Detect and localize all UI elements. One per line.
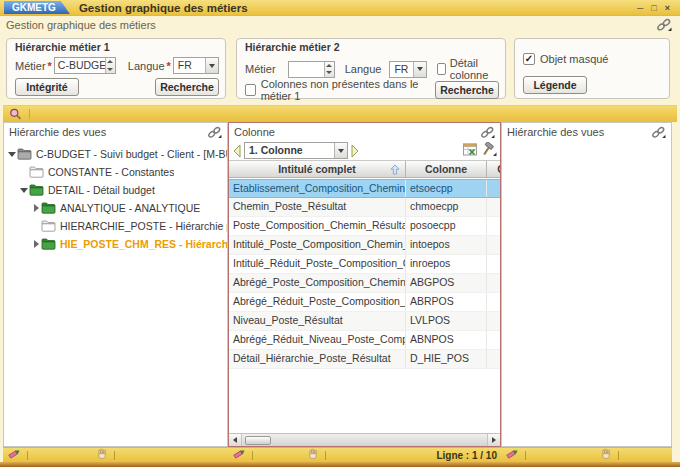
- metier2-input[interactable]: [288, 61, 335, 78]
- table-row[interactable]: Intitulé_Poste_Composition_Chemin_Résult…: [229, 236, 500, 255]
- cell-ordre: [487, 350, 500, 368]
- close-icon[interactable]: ×: [665, 1, 670, 15]
- folder-icon: [41, 238, 57, 250]
- tools-hammer-icon[interactable]: [481, 142, 497, 159]
- link-icon[interactable]: [207, 126, 222, 139]
- panel-colonne: Colonne 1. Colonne: [228, 122, 501, 447]
- groupbox-metier-2: Hiérarchie métier 2 Métier Langue FR Dét…: [236, 38, 506, 99]
- table-row[interactable]: Poste_Composition_Chemin_Résultatposoecp…: [229, 217, 500, 236]
- chevron-down-icon[interactable]: [334, 143, 347, 158]
- panel-title: Colonne: [234, 126, 275, 138]
- window-bottom-edge: [0, 462, 680, 467]
- chevron-down-icon[interactable]: [413, 62, 426, 77]
- table-header-row: Intitulé completColonneOrd: [229, 160, 500, 178]
- table-row[interactable]: Niveau_Poste_RésultatLVLPOS: [229, 312, 500, 331]
- column-header[interactable]: Colonne: [406, 161, 487, 177]
- tree-item[interactable]: C-BUDGET - Suivi budget - Client - [M-BU…: [4, 145, 227, 163]
- recherche1-button[interactable]: Recherche: [155, 78, 219, 96]
- status-section-left: [3, 448, 228, 462]
- table-row[interactable]: Chemin_Poste_Résultatchmoecpp: [229, 198, 500, 217]
- previous-arrow-icon[interactable]: [232, 144, 241, 158]
- window-code-badge: GKMETG: [4, 1, 70, 14]
- excel-export-icon[interactable]: [463, 143, 477, 158]
- cell-ordre: [487, 255, 500, 273]
- panel-hierarchie-vues-right: Hiérarchie des vues: [501, 122, 672, 447]
- scroll-right-icon[interactable]: [487, 434, 500, 446]
- spinner-icon[interactable]: [324, 62, 334, 77]
- expand-arrow-icon[interactable]: [19, 188, 29, 193]
- table-row[interactable]: Intitulé_Réduit_Poste_Composition_Chemin…: [229, 255, 500, 274]
- next-arrow-icon[interactable]: [351, 144, 360, 158]
- table-row[interactable]: Détail_Hiérarchie_Poste_RésultatD_HIE_PO…: [229, 350, 500, 369]
- langue1-select[interactable]: FR: [173, 57, 219, 74]
- cell-colonne: ABNPOS: [406, 331, 487, 349]
- cell-intitule: Détail_Hiérarchie_Poste_Résultat: [229, 350, 406, 368]
- legende-button[interactable]: Légende: [523, 76, 587, 94]
- folder-icon: [29, 184, 45, 196]
- panel-title: Hiérarchie des vues: [507, 126, 604, 138]
- cell-intitule: Niveau_Poste_Résultat: [229, 312, 406, 330]
- cell-colonne: etsoecpp: [406, 180, 487, 197]
- status-section-middle: Ligne : 1 / 10: [228, 448, 501, 462]
- cell-ordre: [487, 236, 500, 254]
- window-controls: ─ □ ×: [637, 1, 670, 15]
- status-bar: Ligne : 1 / 10: [3, 447, 672, 462]
- cell-colonne: D_HIE_POS: [406, 350, 487, 368]
- link-icon[interactable]: [480, 126, 495, 139]
- table-row[interactable]: Abrégé_Poste_Composition_Chemin_Résultat…: [229, 274, 500, 293]
- sort-ascending-icon[interactable]: [390, 164, 400, 177]
- langue2-select[interactable]: FR: [389, 61, 426, 78]
- groupbox-title: Hiérarchie métier 2: [245, 41, 340, 53]
- cell-intitule: Etablissement_Composition_Chemin_Résulta…: [229, 180, 406, 197]
- metier-label: Métier: [15, 60, 46, 72]
- table-row[interactable]: Abrégé_Réduit_Niveau_Poste_Composition_C…: [229, 331, 500, 350]
- cell-ordre: [487, 331, 500, 349]
- search-icon[interactable]: [9, 108, 22, 121]
- groupbox-metier-1: Hiérarchie métier 1 Métier * C-BUDGET La…: [6, 38, 226, 99]
- tree-item[interactable]: ANALYTIQUE - ANALYTIQUE: [4, 199, 227, 217]
- horizontal-scrollbar[interactable]: [229, 433, 500, 446]
- status-section-right: [501, 448, 672, 462]
- panel-hierarchie-vues-left: Hiérarchie des vues C-BUDGET - Suivi bud…: [3, 122, 228, 447]
- tree-item-label: CONSTANTE - Constantes: [48, 166, 174, 178]
- cell-colonne: posoecpp: [406, 217, 487, 235]
- colonnes-non-presentes-label: Colonnes non présentes dans le métier 1: [261, 78, 435, 102]
- tree-item[interactable]: HIERARCHIE_POSTE - Hiérarchie poste: [4, 217, 227, 235]
- cell-ordre: [487, 293, 500, 311]
- detail-colonne-checkbox[interactable]: [437, 63, 446, 75]
- langue-label: Langue: [345, 63, 382, 75]
- recherche2-button[interactable]: Recherche: [435, 81, 499, 99]
- colonnes-non-presentes-checkbox[interactable]: [245, 84, 256, 96]
- column-header[interactable]: Ord: [487, 161, 501, 177]
- tree-item[interactable]: DETAIL - Détail budget: [4, 181, 227, 199]
- scrollbar-thumb[interactable]: [245, 436, 271, 445]
- objet-masque-checkbox[interactable]: ✓: [523, 53, 535, 65]
- views-tree: C-BUDGET - Suivi budget - Client - [M-BU…: [4, 145, 227, 446]
- groupbox-title: Hiérarchie métier 1: [15, 41, 110, 53]
- minimize-icon[interactable]: ─: [637, 1, 643, 15]
- chevron-down-icon[interactable]: [205, 58, 218, 73]
- table-row[interactable]: Etablissement_Composition_Chemin_Résulta…: [229, 179, 500, 198]
- link-icon[interactable]: [651, 126, 666, 139]
- tree-item[interactable]: HIE_POSTE_CHM_RES - Hiérarchie poste che…: [4, 235, 227, 253]
- column-header[interactable]: Intitulé complet: [229, 161, 406, 177]
- maximize-icon[interactable]: □: [651, 1, 656, 15]
- panel-header: Hiérarchie des vues: [4, 123, 227, 141]
- expand-arrow-icon[interactable]: [31, 240, 41, 248]
- scroll-left-icon[interactable]: [229, 434, 242, 446]
- table-row[interactable]: Abrégé_Réduit_Poste_Composition_Chemin_R…: [229, 293, 500, 312]
- expand-arrow-icon[interactable]: [31, 204, 41, 212]
- spinner-icon[interactable]: [105, 58, 115, 73]
- metier1-input[interactable]: C-BUDGET: [54, 57, 116, 74]
- hand-icon: [307, 448, 319, 462]
- expand-arrow-icon[interactable]: [7, 152, 17, 157]
- column-select[interactable]: 1. Colonne: [244, 142, 348, 159]
- column-table: Etablissement_Composition_Chemin_Résulta…: [229, 179, 500, 432]
- integrite-button[interactable]: Intégrité: [15, 78, 79, 96]
- cell-intitule: Abrégé_Réduit_Niveau_Poste_Composition_C…: [229, 331, 406, 349]
- tree-item[interactable]: CONSTANTE - Constantes: [4, 163, 227, 181]
- app-window: GKMETG Gestion graphique des métiers ─ □…: [0, 0, 680, 467]
- tree-item-label: DETAIL - Détail budget: [48, 184, 155, 196]
- link-icon[interactable]: [656, 18, 672, 32]
- cell-ordre: [487, 217, 500, 235]
